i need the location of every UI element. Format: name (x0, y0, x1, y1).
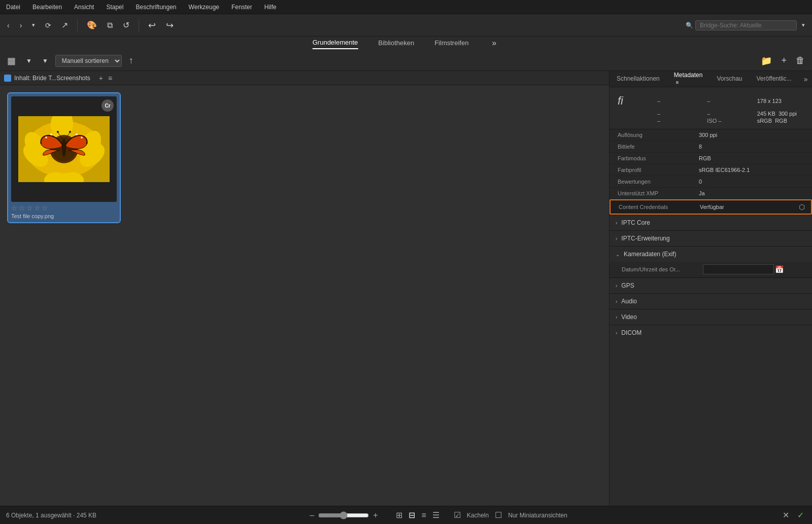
meta-label-xmp: Unterstützt XMP (618, 190, 699, 196)
camera-raw-button[interactable]: 🎨 (84, 18, 100, 32)
section-iptc-erweiterung[interactable]: › IPTC-Erweiterung (610, 230, 812, 246)
menu-bearbeiten[interactable]: Bearbeiten (30, 3, 64, 12)
mq-dash2: – (707, 98, 756, 104)
view-list-button[interactable]: ≡ (419, 509, 428, 521)
section-gps[interactable]: › GPS (610, 277, 812, 293)
filter-bars-button[interactable]: ▦ (4, 54, 19, 67)
tab-grundelemente[interactable]: Grundelemente (313, 37, 358, 49)
video-arrow: › (616, 315, 617, 320)
meta-row-farbmodus: Farbmodus RGB (610, 153, 812, 164)
meta-row-bittiefe: Bittiefe 8 (610, 141, 812, 153)
folder-icon (4, 75, 11, 82)
zoom-in-button[interactable]: + (373, 511, 378, 520)
meta-value-aufloesung: 300 ppi (699, 132, 806, 138)
miniatur-label: Nur Miniaturansichten (508, 512, 567, 519)
meta-row-bewertungen: Bewertungen 0 (610, 176, 812, 188)
menu-stapel[interactable]: Stapel (104, 3, 125, 12)
filter-dropdown-button[interactable]: ▼ (23, 56, 35, 65)
tab-filmstreifen[interactable]: Filmstreifen (434, 37, 468, 49)
sort-asc-button[interactable]: ↑ (126, 54, 137, 67)
miniatur-checkbox[interactable]: ☐ (495, 510, 502, 520)
panel-tabs-more[interactable]: » (799, 72, 812, 86)
view-grid4-button[interactable]: ⊞ (394, 509, 404, 521)
meta-label-aufloesung: Auflösung (618, 132, 699, 138)
menu-hilfe[interactable]: Hilfe (262, 3, 279, 12)
delete-button[interactable]: 🗑 (793, 54, 808, 67)
mq-filesize: 245 KB 300 ppi (757, 111, 806, 117)
new-folder-button[interactable]: 📁 (758, 54, 775, 67)
kameradaten-arrow: ⌄ (616, 252, 620, 257)
datum-input[interactable] (703, 264, 774, 274)
tab-schnellaktionen[interactable]: Schnellaktionen (610, 72, 667, 86)
mq-iso-label: ISO – (707, 118, 756, 124)
meta-value-credentials: Verfügbar (700, 204, 795, 210)
menu-datei[interactable]: Datei (4, 3, 22, 12)
audio-label: Audio (621, 298, 637, 305)
gps-label: GPS (621, 282, 634, 289)
section-dicom[interactable]: › DICOM (610, 325, 812, 340)
nav-tabs: Grundelemente Bibliotheken Filmstreifen … (313, 37, 500, 49)
forward-button[interactable]: › (17, 19, 25, 31)
undo-button[interactable]: ↩ (145, 18, 159, 33)
mq-dimensions: 178 x 123 (757, 98, 806, 104)
menubar: Datei Bearbeiten Ansicht Stapel Beschrif… (0, 0, 812, 14)
sort-filter-button[interactable]: ▼ (39, 56, 51, 65)
menu-fenster[interactable]: Fenster (229, 3, 254, 12)
svg-point-20 (69, 131, 71, 133)
view-detail-button[interactable]: ☰ (430, 509, 442, 521)
meta-label-farbmodus: Farbmodus (618, 155, 699, 161)
zoom-slider[interactable] (318, 511, 369, 519)
content-area: Inhalt: Bride T...Screenshots + ≡ (0, 71, 609, 506)
credentials-link-icon[interactable]: ⬡ (799, 203, 805, 211)
breadcrumb-add-button[interactable]: + (97, 74, 105, 82)
meta-quick-info: fi – – 178 x 123 – – 245 KB 300 ppi – IS… (610, 87, 812, 129)
add-button[interactable]: + (778, 54, 790, 67)
confirm-button[interactable]: ✓ (795, 509, 806, 521)
toolbar-right-btns: 📁 + 🗑 (758, 54, 808, 67)
menu-ansicht[interactable]: Ansicht (72, 3, 96, 12)
tab-veroeffentlichen[interactable]: Veröffentlic... (750, 72, 799, 86)
section-audio[interactable]: › Audio (610, 293, 812, 309)
kacheln-checkbox[interactable]: ☑ (454, 510, 461, 520)
svg-point-13 (45, 136, 47, 138)
meta-tab-menu-icon: ≡ (676, 80, 679, 85)
tab-vorschau[interactable]: Vorschau (709, 72, 749, 86)
back-button[interactable]: ‹ (4, 19, 13, 31)
tab-bibliotheken[interactable]: Bibliotheken (378, 37, 414, 49)
section-video[interactable]: › Video (610, 309, 812, 325)
redo-button[interactable]: ↪ (163, 18, 177, 33)
history-button[interactable]: ⟳ (42, 19, 54, 31)
breadcrumb-menu-button[interactable]: ≡ (107, 74, 114, 82)
breadcrumb-bar: Inhalt: Bride T...Screenshots + ≡ (0, 71, 609, 85)
file-item[interactable]: Cr ☆☆☆☆☆ Test file copy.png (8, 93, 120, 222)
mq-dash5: – (657, 118, 706, 124)
zoom-slider-area: – + (310, 511, 378, 520)
output-button[interactable]: ⧉ (104, 19, 116, 32)
meta-row-datum: Datum/Uhrzeit des Or... 📅 (610, 262, 812, 277)
nav-dropdown-button[interactable]: ▾ (29, 20, 38, 30)
close-button[interactable]: ✕ (781, 509, 791, 521)
meta-row-xmp: Unterstützt XMP Ja (610, 188, 812, 199)
status-right-area: ☑ Kacheln ☐ Nur Miniaturansichten (454, 510, 567, 520)
sort-order-select[interactable]: Manuell sortieren (55, 55, 122, 67)
calendar-button[interactable]: 📅 (774, 264, 785, 274)
iptc-erweiterung-arrow: › (616, 236, 617, 241)
search-dropdown-button[interactable]: ▾ (799, 20, 808, 30)
reveal-button[interactable]: ↗ (58, 18, 71, 32)
section-kameradaten[interactable]: ⌄ Kameradaten (Exif) (610, 246, 812, 262)
zoom-out-button[interactable]: – (310, 511, 314, 520)
iptc-core-arrow: › (616, 220, 617, 226)
iptc-erweiterung-label: IPTC-Erweiterung (621, 235, 669, 242)
separator-1 (77, 19, 78, 31)
video-label: Video (621, 313, 636, 321)
tabs-more-button[interactable]: » (489, 38, 499, 49)
cr-badge: Cr (101, 99, 114, 112)
view-grid2-button[interactable]: ⊟ (407, 509, 417, 521)
section-iptc-core[interactable]: › IPTC Core (610, 215, 812, 230)
search-icon: 🔍 (686, 22, 693, 29)
menu-beschriftungen[interactable]: Beschriftungen (133, 3, 178, 12)
menu-werkzeuge[interactable]: Werkzeuge (187, 3, 221, 12)
tab-metadaten[interactable]: Metadaten ≡ (667, 68, 710, 90)
refresh-button[interactable]: ↺ (120, 18, 132, 32)
search-input[interactable] (695, 20, 797, 30)
